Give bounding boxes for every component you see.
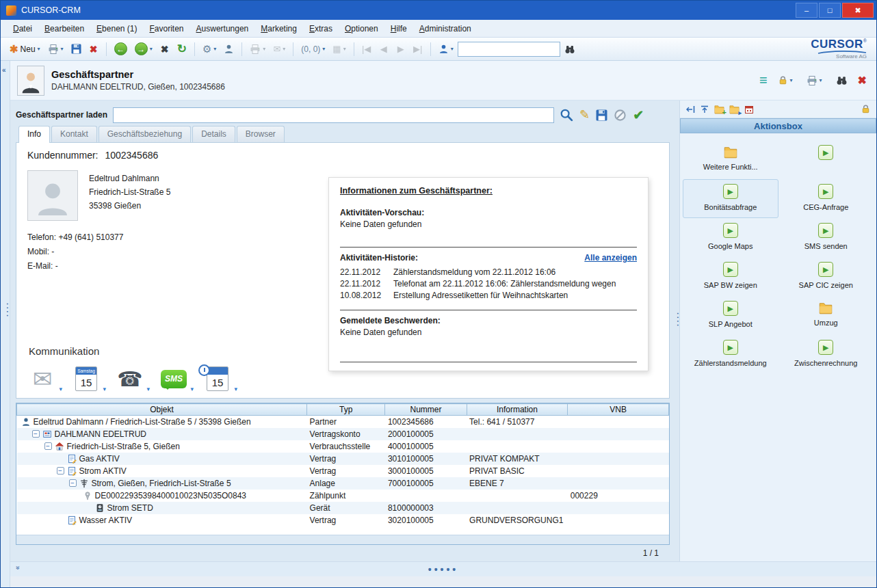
search-icon[interactable] [560,108,573,122]
dock-top-icon[interactable] [700,105,709,114]
menu-optionen[interactable]: Optionen [339,21,384,36]
action-sms-senden[interactable]: ▶ SMS senden [778,218,874,257]
collapse-left-icon[interactable]: « [2,66,6,74]
nav-prev-button[interactable]: ◀ [376,40,392,58]
bottom-splitter[interactable]: « ••••• [10,561,876,576]
nav-last-button[interactable]: ▶| [410,40,426,58]
cancel-icon[interactable] [614,109,627,122]
show-all-link[interactable]: Alle anzeigen [584,253,637,263]
search-button[interactable] [561,40,579,58]
menu-extras[interactable]: Extras [304,21,338,36]
tab-geschaeftsbeziehung[interactable]: Geschäftsbeziehung [99,126,191,142]
minimize-button[interactable]: – [796,3,817,18]
table-row[interactable]: Gas AKTIV Vertrag 3010100005 PRIVAT KOMP… [17,453,669,465]
action-weitere-funktionen[interactable]: Weitere Funkti... [683,140,778,179]
menu-marketing[interactable]: Marketing [255,21,302,36]
menu-administration[interactable]: Administration [414,21,477,36]
action-bonitaetsabfrage[interactable]: ▶ Bonitätsabfrage [683,179,778,218]
loader-input[interactable] [113,107,554,123]
tab-kontakt[interactable]: Kontakt [51,126,97,142]
close-button[interactable]: ✖ [842,3,874,18]
close-view-icon[interactable]: ✖ [858,74,867,87]
horizontal-scrollbar[interactable] [16,535,669,544]
left-collapse-strip[interactable]: « ···· [1,61,10,587]
print-button[interactable]: ▾ [44,40,67,58]
back-button[interactable]: ← [111,40,131,58]
splitter-handle[interactable]: ••••• [428,564,459,575]
menu-hilfe[interactable]: Hilfe [385,21,413,36]
table-row[interactable]: − DAHLMANN EDELTRUD Vertragskonto 200010… [17,428,669,440]
counter-button[interactable]: (0, 0) ▾ [298,40,328,58]
save-record-icon[interactable] [596,109,607,121]
table-row[interactable]: Strom SETD Gerät 8100000003 [17,502,669,514]
action-umzug[interactable]: Umzug [778,296,874,335]
close-record-button[interactable]: ✖ [157,40,173,58]
appointment-button[interactable]: 15 ▾ [204,365,231,392]
splitter-handle[interactable]: ···· [3,303,12,319]
collapse-toggle[interactable]: − [32,430,40,438]
tab-info[interactable]: Info [18,126,50,143]
tools-button[interactable]: ⚙ ▾ [199,40,220,58]
splitter-handle[interactable]: ···· [674,312,682,328]
col-header-information[interactable]: Information [467,404,568,416]
table-row[interactable]: − Strom AKTIV Vertrag 3000100005 PRIVAT … [17,465,669,477]
calendar-button[interactable]: Samstag 15 ▾ [73,365,100,392]
collapse-toggle[interactable]: − [69,479,77,487]
lock-button[interactable]: ▾ [774,72,796,90]
col-header-vnb[interactable]: VNB [568,404,669,416]
report-button[interactable]: ▦ ▾ [329,40,349,58]
action-zaehlerstandsmeldung[interactable]: ▶ Zählerstandsmeldung [683,335,778,374]
action-sap-cic-zeigen[interactable]: ▶ SAP CIC zeigen [778,257,874,296]
maximize-button[interactable]: □ [819,3,841,18]
panel-menu-icon[interactable]: ≡ [759,72,768,88]
action-ceg-anfrage[interactable]: ▶ CEG-Anfrage [778,179,874,218]
send-sms-button[interactable]: SMS ▾ [160,365,187,392]
history-row[interactable]: 10.08.2012 Erstellung Adressetiketten fü… [340,290,637,302]
action-google-maps[interactable]: ▶ Google Maps [683,218,778,257]
history-row[interactable]: 22.11.2012 Zählerstandsmeldung vom 22.11… [340,267,637,278]
action-sap-bw-zeigen[interactable]: ▶ SAP BW zeigen [683,257,778,296]
action-slp-angebot[interactable]: ▶ SLP Angebot [683,296,778,335]
calendar-small-icon[interactable] [744,105,754,114]
send-mail-button[interactable]: ✉ ▾ [270,40,289,58]
menu-bearbeiten[interactable]: Bearbeiten [39,21,90,36]
col-header-nummer[interactable]: Nummer [385,404,467,416]
collapse-toggle[interactable]: − [57,467,64,475]
collapse-toggle[interactable]: − [44,442,52,450]
quick-search-input[interactable] [458,42,560,57]
refresh-button[interactable]: ↻ [174,40,190,58]
sidebar-splitter[interactable]: ···· [672,101,679,561]
collapse-bottom-icon[interactable]: « [14,566,21,570]
dock-left-icon[interactable] [685,105,695,114]
user-tools-button[interactable] [220,40,237,58]
table-row[interactable]: DE00022935398400010023N5035O0843 Zählpun… [17,490,669,502]
table-row[interactable]: Edeltrud Dahlmann / Friedrich-List-Straß… [17,416,669,428]
col-header-objekt[interactable]: Objekt [17,404,307,416]
edit-pencil-icon[interactable]: ✎ [579,107,590,122]
table-row[interactable]: − Strom, Gießen, Friedrich-List-Straße 5… [17,477,669,490]
call-phone-button[interactable]: ☎ ▾ [116,365,144,392]
col-header-typ[interactable]: Typ [307,404,385,416]
forward-button[interactable]: → ▾ [131,40,156,58]
new-button[interactable]: ✱ Neu ▾ [6,40,44,58]
menu-ebenen[interactable]: Ebenen (1) [91,21,142,36]
lock-icon[interactable] [861,104,871,114]
menu-favoriten[interactable]: Favoriten [144,21,189,36]
menu-datei[interactable]: Datei [8,21,38,36]
tab-browser[interactable]: Browser [237,126,285,142]
quick-search-person-button[interactable]: ▾ [435,40,457,58]
table-row[interactable]: − Friedrich-List-Straße 5, Gießen Verbra… [17,440,669,453]
delete-button[interactable]: ✖ [86,40,102,58]
action-abschlagsplan-aendern[interactable]: ▶ [778,140,874,179]
nav-first-button[interactable]: |◀ [358,40,375,58]
print-preview-button[interactable]: ▾ [246,40,269,58]
nav-next-button[interactable]: ▶ [393,40,409,58]
history-row[interactable]: 22.11.2012 Telefonat am 22.11.2012 16:06… [340,278,637,290]
add-action-button[interactable]: ▸ [729,104,739,114]
tab-details[interactable]: Details [192,126,235,142]
add-folder-button[interactable]: + [714,104,724,114]
action-zwischenrechnung[interactable]: ▶ Zwischenrechnung [778,335,874,374]
header-search-button[interactable] [833,72,851,90]
confirm-check-icon[interactable]: ✔ [633,107,644,123]
save-button[interactable] [68,40,85,58]
